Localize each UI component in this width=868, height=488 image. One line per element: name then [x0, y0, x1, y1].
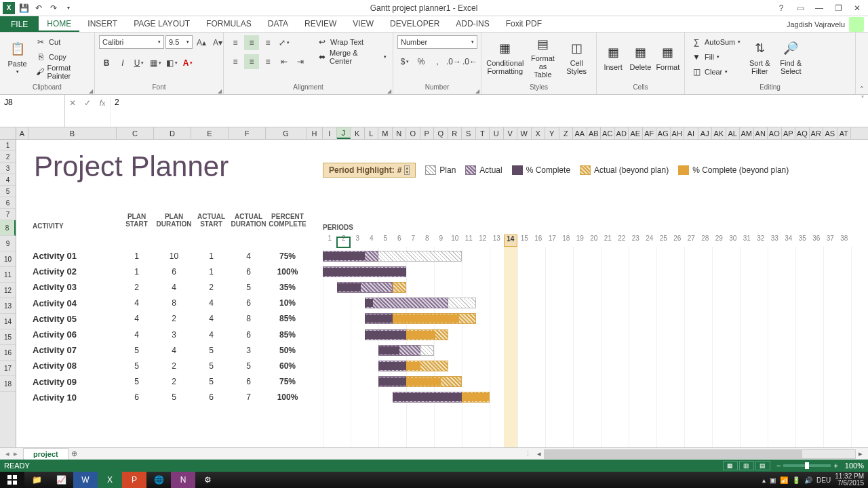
align-center-icon[interactable]: ≡	[244, 54, 259, 69]
col-header-AE[interactable]: AE	[629, 127, 643, 139]
horizontal-scrollbar[interactable]: ⋮ ◂ ▸	[81, 449, 868, 459]
prev-sheet-icon[interactable]: ◂	[5, 449, 9, 458]
activity-row[interactable]: Activity 07 5 4 5 3 50%	[16, 342, 868, 358]
ribbon-tab-developer[interactable]: DEVELOPER	[382, 16, 448, 32]
ribbon-tab-view[interactable]: VIEW	[344, 16, 382, 32]
format-cells-button[interactable]: ▦Format	[656, 35, 680, 79]
tray-up-icon[interactable]: ▴	[762, 476, 766, 484]
ribbon-tab-review[interactable]: REVIEW	[296, 16, 344, 32]
row-header-9[interactable]: 9	[0, 236, 16, 251]
col-header-T[interactable]: T	[476, 127, 490, 139]
zoom-slider[interactable]: − + 100%	[776, 462, 864, 470]
activity-row[interactable]: Activity 03 2 4 2 5 35%	[16, 279, 868, 295]
restore-icon[interactable]: ❐	[831, 3, 845, 13]
col-header-O[interactable]: O	[406, 127, 420, 139]
copy-button[interactable]: ⎘Copy	[33, 50, 90, 64]
volume-icon[interactable]: 🔊	[804, 476, 812, 484]
period-highlight-control[interactable]: Period Highlight: # ▲▼	[323, 163, 416, 178]
row-header-6[interactable]: 6	[0, 197, 16, 209]
ribbon-tab-formulas[interactable]: FORMULAS	[198, 16, 260, 32]
increase-indent-icon[interactable]: ⇥	[293, 54, 308, 69]
activity-row[interactable]: Activity 10 6 5 6 7 100%	[16, 390, 868, 405]
decrease-indent-icon[interactable]: ⇤	[277, 54, 292, 69]
sheet-tab-project[interactable]: project	[23, 448, 68, 460]
col-header-AF[interactable]: AF	[643, 127, 657, 139]
col-header-AB[interactable]: AB	[587, 127, 601, 139]
number-format-combo[interactable]: Number▾	[397, 35, 477, 49]
col-header-AK[interactable]: AK	[712, 127, 726, 139]
fx-icon[interactable]: fx	[95, 96, 110, 110]
start-button[interactable]	[0, 472, 24, 488]
activity-row[interactable]: Activity 06 4 3 4 6 85%	[16, 327, 868, 342]
col-header-Q[interactable]: Q	[434, 127, 448, 139]
ribbon-tab-foxit-pdf[interactable]: Foxit PDF	[498, 16, 550, 32]
font-size-combo[interactable]: 9.5▾	[165, 35, 193, 49]
col-header-AR[interactable]: AR	[810, 127, 824, 139]
battery-icon[interactable]: 🔋	[792, 476, 800, 484]
border-button[interactable]: ▦▾	[148, 56, 163, 70]
row-header-11[interactable]: 11	[0, 267, 16, 283]
explorer-icon[interactable]: 📁	[24, 472, 49, 488]
ribbon-tab-add-ins[interactable]: ADD-INS	[448, 16, 497, 32]
comma-format-icon[interactable]: ,	[430, 54, 445, 69]
increase-decimal-icon[interactable]: .0→	[446, 54, 461, 69]
activity-row[interactable]: Activity 04 4 8 4 6 10%	[16, 296, 868, 311]
delete-cells-button[interactable]: ▦Delete	[628, 35, 652, 79]
zoom-level[interactable]: 100%	[845, 462, 864, 470]
row-header-17[interactable]: 17	[0, 361, 16, 376]
col-header-AI[interactable]: AI	[684, 127, 698, 139]
col-header-G[interactable]: G	[266, 127, 307, 139]
italic-button[interactable]: I	[115, 56, 130, 70]
cut-button[interactable]: ✂Cut	[33, 35, 90, 49]
accounting-format-icon[interactable]: $▾	[397, 54, 412, 69]
undo-icon[interactable]: ↶	[33, 2, 45, 14]
col-header-V[interactable]: V	[504, 127, 518, 139]
minimize-icon[interactable]: —	[812, 3, 826, 13]
format-as-table-button[interactable]: ▤Format as Table	[528, 35, 559, 79]
col-header-R[interactable]: R	[448, 127, 462, 139]
ribbon-tab-data[interactable]: DATA	[260, 16, 296, 32]
col-header-U[interactable]: U	[490, 127, 504, 139]
system-tray[interactable]: ▴ ▣ 📶 🔋 🔊 DEU 11:32 PM 7/6/2015	[762, 473, 868, 487]
action-center-icon[interactable]: ▣	[770, 476, 776, 484]
formula-input[interactable]	[111, 95, 857, 110]
increase-font-icon[interactable]: A▴	[194, 35, 209, 50]
autosum-button[interactable]: ∑AutoSum▾	[689, 35, 743, 49]
align-left-icon[interactable]: ≡	[228, 54, 243, 69]
col-header-AA[interactable]: AA	[573, 127, 587, 139]
ribbon-tab-page-layout[interactable]: PAGE LAYOUT	[125, 16, 198, 32]
align-middle-icon[interactable]: ≡	[244, 35, 259, 50]
align-right-icon[interactable]: ≡	[260, 54, 275, 69]
conditional-formatting-button[interactable]: ▦Conditional Formatting	[486, 35, 525, 79]
row-header-5[interactable]: 5	[0, 186, 16, 197]
underline-button[interactable]: U▾	[132, 56, 146, 70]
ribbon-tab-insert[interactable]: INSERT	[79, 16, 125, 32]
ribbon-tab-home[interactable]: HOME	[39, 16, 79, 32]
redo-icon[interactable]: ↷	[47, 2, 60, 14]
row-header-15[interactable]: 15	[0, 329, 16, 345]
clear-button[interactable]: ◫Clear▾	[689, 65, 743, 79]
chrome-icon[interactable]: 🌐	[146, 472, 171, 488]
activity-row[interactable]: Activity 08 5 2 5 5 60%	[16, 358, 868, 373]
align-top-icon[interactable]: ≡	[228, 35, 243, 50]
col-header-A[interactable]: A	[16, 127, 28, 139]
col-header-M[interactable]: M	[378, 127, 393, 139]
activity-row[interactable]: Activity 09 5 2 5 6 75%	[16, 374, 868, 390]
spinner-icon[interactable]: ▲▼	[404, 165, 410, 175]
language-indicator[interactable]: DEU	[816, 476, 831, 484]
col-header-W[interactable]: W	[517, 127, 532, 139]
col-header-AT[interactable]: AT	[837, 127, 852, 139]
row-header-14[interactable]: 14	[0, 314, 16, 329]
col-header-AS[interactable]: AS	[823, 127, 837, 139]
col-header-Y[interactable]: Y	[545, 127, 559, 139]
row-header-7[interactable]: 7	[0, 209, 16, 220]
col-header-N[interactable]: N	[393, 127, 407, 139]
row-header-4[interactable]: 4	[0, 174, 16, 186]
qat-customize-icon[interactable]: ▾	[62, 2, 75, 14]
ribbon-collapse-icon[interactable]: ▭	[793, 3, 807, 13]
col-header-F[interactable]: F	[229, 127, 266, 139]
name-box[interactable]	[0, 95, 65, 127]
col-header-K[interactable]: K	[351, 127, 365, 139]
font-name-combo[interactable]: Calibri▾	[99, 35, 164, 49]
ribbon-collapse-chevron-icon[interactable]: ˄	[856, 33, 868, 94]
